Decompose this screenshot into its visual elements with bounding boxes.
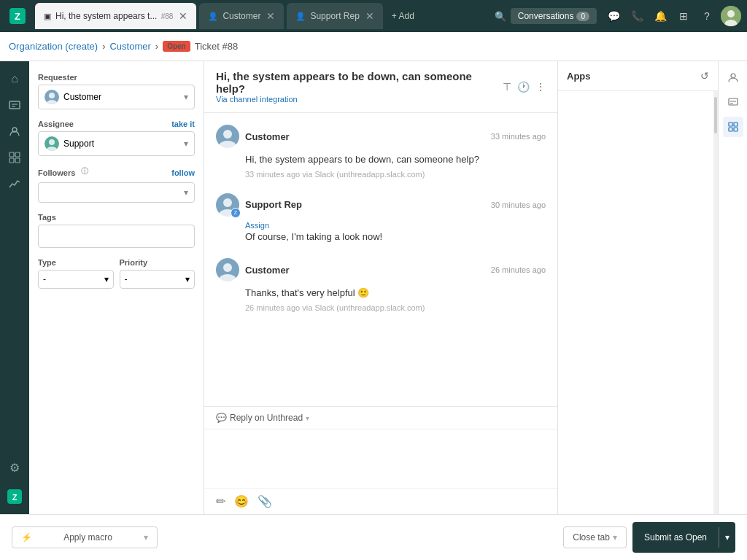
rail-user-icon[interactable] — [723, 67, 743, 88]
submit-dropdown-arrow[interactable]: ▾ — [719, 527, 735, 548]
message-group-2: Z Support Rep 30 minutes ago Assign Of c… — [216, 193, 546, 244]
right-rail — [718, 61, 747, 514]
apps-refresh-icon[interactable]: ↺ — [700, 70, 709, 82]
apps-panel: Apps ↺ Unthread — [557, 61, 718, 514]
apps-title: Apps — [567, 71, 591, 82]
apply-macro-icon: ⚡ — [21, 532, 32, 542]
sidebar-item-home[interactable]: ⌂ — [3, 67, 26, 90]
assignee-avatar — [44, 136, 59, 151]
priority-dropdown-arrow: ▾ — [185, 274, 190, 284]
reply-channel-chevron: ▾ — [306, 414, 309, 422]
emoji-icon[interactable]: 😊 — [234, 494, 249, 508]
tab-support[interactable]: 👤 Support Rep ✕ — [287, 3, 382, 29]
requester-dropdown-arrow: ▾ — [184, 92, 188, 102]
filter-icon[interactable]: ⊤ — [503, 81, 511, 93]
followers-select[interactable]: ▾ — [38, 182, 195, 203]
user-avatar[interactable] — [721, 6, 741, 26]
type-priority-row: Type - ▾ Priority - ▾ — [38, 258, 195, 299]
svg-text:Z: Z — [15, 11, 20, 22]
svg-rect-11 — [9, 158, 14, 163]
search-icon: 🔍 — [495, 11, 506, 22]
more-icon[interactable]: ⋮ — [535, 81, 546, 93]
tab-ticket[interactable]: ▣ Hi, the system appears t... #88 ✕ — [35, 3, 196, 29]
message-group-1: Customer 33 minutes ago Hi, the system a… — [216, 125, 546, 179]
sidebar-item-users[interactable] — [3, 120, 26, 143]
left-sidebar: ⌂ ⚙ — [0, 61, 29, 514]
app-logo: Z — [6, 4, 29, 28]
sidebar-item-chart[interactable] — [3, 172, 26, 195]
priority-select[interactable]: - ▾ — [120, 270, 196, 289]
message-3-avatar — [216, 258, 239, 281]
bell-icon[interactable]: 🔔 — [651, 7, 670, 26]
message-2-action[interactable]: Assign — [216, 221, 546, 230]
sidebar-item-tickets[interactable] — [3, 93, 26, 117]
svg-rect-32 — [729, 128, 732, 131]
message-3-time: 26 minutes ago — [491, 265, 546, 274]
breadcrumb-org[interactable]: Organization (create) — [9, 41, 98, 52]
close-tab-chevron: ▾ — [613, 532, 617, 542]
svg-rect-10 — [15, 152, 20, 157]
follow-link[interactable]: follow — [171, 168, 195, 177]
assignee-select[interactable]: Support ▾ — [38, 131, 195, 156]
reply-header: 💬 Reply on Unthread ▾ — [204, 407, 557, 429]
attach-icon[interactable]: 📎 — [258, 494, 272, 508]
followers-field: Followers ⓘ follow ▾ — [38, 166, 195, 203]
apply-macro-arrow: ▾ — [144, 532, 148, 542]
help-icon[interactable]: ? — [697, 7, 716, 26]
svg-point-19 — [223, 130, 232, 139]
assignee-dropdown-arrow: ▾ — [184, 139, 188, 149]
svg-rect-30 — [729, 122, 732, 126]
followers-info-icon: ⓘ — [81, 166, 88, 176]
rail-grid-icon[interactable] — [723, 117, 743, 137]
apps-panel-header: Apps ↺ — [558, 61, 718, 91]
tab-ticket-label: Hi, the system appears t... #88 — [55, 11, 173, 21]
add-tab-button[interactable]: + Add — [386, 8, 420, 24]
chat-icon[interactable]: 💬 — [604, 7, 623, 26]
svg-point-21 — [223, 198, 232, 207]
format-icon[interactable]: ✏ — [216, 494, 225, 508]
reply-area: 💬 Reply on Unthread ▾ ✏ 😊 📎 — [204, 406, 557, 514]
tab-customer-icon: 👤 — [208, 12, 218, 21]
reply-channel-selector[interactable]: 💬 Reply on Unthread ▾ — [216, 413, 309, 423]
svg-point-20 — [219, 141, 236, 148]
tab-customer-label: Customer — [222, 11, 260, 21]
requester-select[interactable]: Customer ▾ — [38, 85, 195, 109]
sidebar-item-settings[interactable]: ⚙ — [3, 456, 26, 479]
tab-customer-close[interactable]: ✕ — [266, 11, 275, 21]
rail-ticket-icon[interactable] — [723, 92, 743, 112]
left-panel: Requester Customer ▾ Assignee take it — [29, 61, 204, 514]
svg-point-16 — [46, 100, 58, 104]
apply-macro-button[interactable]: ⚡ Apply macro ▾ — [12, 526, 158, 548]
type-select[interactable]: - ▾ — [38, 270, 114, 289]
sidebar-item-logo-bottom: Z — [3, 485, 26, 508]
reply-body[interactable] — [204, 429, 557, 488]
apps-scrollbar-thumb[interactable] — [714, 97, 717, 133]
apps-icon[interactable]: ⊞ — [674, 7, 693, 26]
nav-bar: Organization (create) › Customer › Open … — [0, 32, 747, 61]
phone-icon[interactable]: 📞 — [627, 7, 646, 26]
history-icon[interactable]: 🕐 — [517, 81, 530, 93]
conversations-button[interactable]: Conversations 0 — [511, 8, 597, 24]
support-badge-icon: Z — [231, 208, 241, 218]
tab-ticket-close[interactable]: ✕ — [179, 11, 187, 21]
tab-support-icon: 👤 — [295, 12, 306, 21]
tab-action-icons: 💬 📞 🔔 ⊞ ? — [604, 6, 741, 26]
conversation-subtitle: Via channel integration — [216, 95, 503, 104]
message-2-avatar: Z — [216, 193, 239, 217]
reply-channel-icon: 💬 — [216, 413, 227, 423]
search-area: 🔍 Conversations 0 💬 📞 🔔 ⊞ ? — [495, 6, 741, 26]
svg-rect-31 — [734, 122, 738, 126]
message-1-meta: 33 minutes ago via Slack (unthreadapp.sl… — [216, 170, 546, 179]
close-tab-button[interactable]: Close tab ▾ — [563, 526, 627, 548]
tags-input[interactable] — [38, 225, 195, 248]
submit-button[interactable]: Submit as Open ▾ — [632, 522, 735, 553]
svg-point-24 — [219, 274, 236, 281]
sidebar-item-reports[interactable] — [3, 146, 26, 169]
take-it-link[interactable]: take it — [171, 120, 195, 128]
message-2-sender: Support Rep — [245, 199, 302, 210]
breadcrumb-customer[interactable]: Customer — [109, 41, 150, 52]
message-1-body: Hi, the system appears to be down, can s… — [216, 152, 546, 167]
tab-customer[interactable]: 👤 Customer ✕ — [199, 3, 284, 29]
svg-rect-12 — [15, 158, 20, 163]
tab-support-close[interactable]: ✕ — [365, 11, 374, 21]
